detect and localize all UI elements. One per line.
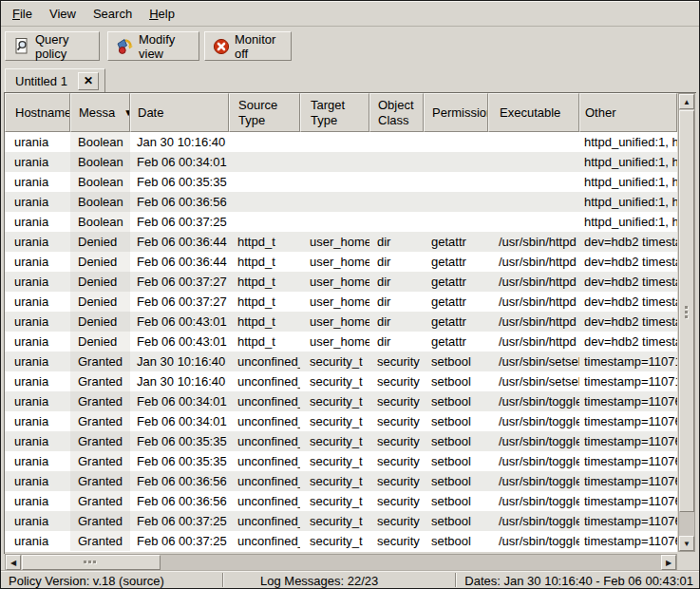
menu-file[interactable]: File bbox=[4, 3, 41, 25]
table-row[interactable]: uraniaGrantedFeb 06 00:35:35unconfined_s… bbox=[5, 451, 677, 471]
cell: Denied bbox=[70, 252, 130, 272]
menu-view[interactable]: View bbox=[41, 3, 85, 25]
cell: urania bbox=[5, 272, 70, 292]
column-header-target-type[interactable]: Target Type bbox=[300, 93, 369, 132]
table-row[interactable]: uraniaBooleanFeb 06 00:34:01httpd_unifie… bbox=[5, 152, 677, 172]
cell: dev=hdb2 timesta bbox=[579, 272, 677, 292]
query-policy-button[interactable]: Query policy bbox=[5, 31, 100, 61]
cell bbox=[424, 132, 488, 152]
table-row[interactable]: uraniaGrantedJan 30 10:16:40unconfined_s… bbox=[5, 352, 677, 371]
scroll-up-button[interactable]: ▲ bbox=[679, 94, 694, 109]
column-header-object-class[interactable]: Object Class bbox=[369, 93, 424, 132]
cell: security_t bbox=[300, 491, 369, 511]
tab-label: Untitled 1 bbox=[15, 74, 67, 88]
cell: Jan 30 10:16:40 bbox=[130, 371, 229, 391]
cell: urania bbox=[5, 411, 70, 431]
table-row[interactable]: uraniaGrantedFeb 06 00:35:35unconfined_s… bbox=[5, 431, 677, 451]
table-row[interactable]: uraniaGrantedFeb 06 00:36:56unconfined_s… bbox=[5, 491, 677, 511]
cell: user_home_ bbox=[300, 232, 369, 252]
cell: security_t bbox=[300, 411, 369, 431]
cell: urania bbox=[5, 252, 70, 272]
table-row[interactable]: uraniaDeniedFeb 06 00:43:01httpd_tuser_h… bbox=[5, 332, 677, 352]
cell: timestamp=11076 bbox=[579, 531, 677, 551]
table-header: HostnameMessa▼DateSource TypeTarget Type… bbox=[5, 93, 677, 132]
monitor-off-label: Monitor off bbox=[235, 32, 283, 61]
cell: Boolean bbox=[70, 132, 130, 152]
cell: urania bbox=[5, 152, 70, 172]
cell: security_t bbox=[300, 371, 369, 391]
table-row[interactable]: uraniaGrantedFeb 06 00:37:25unconfined_s… bbox=[5, 511, 677, 531]
column-header-hostname[interactable]: Hostname bbox=[5, 93, 70, 132]
column-header-other[interactable]: Other bbox=[579, 93, 677, 132]
cell: dir bbox=[369, 312, 424, 332]
cell bbox=[488, 132, 579, 152]
table-row[interactable]: uraniaDeniedFeb 06 00:43:01httpd_tuser_h… bbox=[5, 312, 677, 332]
cell: Boolean bbox=[70, 152, 130, 172]
modify-view-label: Modify view bbox=[139, 32, 191, 61]
table-row[interactable]: uraniaBooleanFeb 06 00:36:56httpd_unifie… bbox=[5, 192, 677, 212]
cell: security_t bbox=[300, 451, 369, 471]
cell: timestamp=11076 bbox=[579, 411, 677, 431]
cell: setbool bbox=[424, 371, 488, 391]
scroll-down-button[interactable]: ▼ bbox=[679, 536, 694, 551]
column-header-executable[interactable]: Executable bbox=[488, 93, 579, 132]
scroll-right-button[interactable]: ▶ bbox=[661, 555, 676, 570]
column-header-source-type[interactable]: Source Type bbox=[229, 93, 300, 132]
cell: urania bbox=[5, 292, 70, 312]
table-row[interactable]: uraniaDeniedFeb 06 00:37:27httpd_tuser_h… bbox=[5, 292, 677, 312]
vertical-scrollbar[interactable]: ▲ ▼ bbox=[678, 93, 695, 552]
log-messages-status: Log Messages: 22/23 bbox=[260, 574, 378, 588]
cell: httpd_t bbox=[229, 292, 300, 312]
cell: setbool bbox=[424, 411, 488, 431]
cell: urania bbox=[5, 491, 70, 511]
cell: getattr bbox=[424, 272, 488, 292]
menu-help[interactable]: Help bbox=[141, 3, 183, 25]
table-row[interactable]: uraniaDeniedFeb 06 00:36:44httpd_tuser_h… bbox=[5, 232, 677, 252]
table-row[interactable]: uraniaGrantedJan 30 10:16:40unconfined_s… bbox=[5, 371, 677, 391]
table-row[interactable]: uraniaDeniedFeb 06 00:36:44httpd_tuser_h… bbox=[5, 252, 677, 272]
cell: security_t bbox=[300, 471, 369, 491]
cell: timestamp=11076 bbox=[579, 491, 677, 511]
column-header-messa[interactable]: Messa▼ bbox=[70, 93, 130, 132]
table-row[interactable]: uraniaGrantedFeb 06 00:36:56unconfined_s… bbox=[5, 471, 677, 491]
horizontal-scroll-thumb[interactable] bbox=[22, 555, 161, 570]
column-header-date[interactable]: Date bbox=[130, 93, 229, 132]
scroll-left-button[interactable]: ◀ bbox=[6, 555, 21, 570]
cell bbox=[300, 192, 369, 212]
cell: /usr/sbin/httpd bbox=[488, 272, 579, 292]
menu-search[interactable]: Search bbox=[85, 3, 141, 25]
cell: httpd_t bbox=[229, 332, 300, 352]
table-row[interactable]: uraniaBooleanJan 30 10:16:40httpd_unifie… bbox=[5, 132, 677, 152]
cell: dev=hdb2 timesta bbox=[579, 312, 677, 332]
table-row[interactable]: uraniaBooleanFeb 06 00:37:25httpd_unifie… bbox=[5, 212, 677, 232]
table-row[interactable]: uraniaGrantedFeb 06 00:34:01unconfined_s… bbox=[5, 411, 677, 431]
tab-untitled-1[interactable]: Untitled 1 ✕ bbox=[5, 68, 105, 92]
tab-close-button[interactable]: ✕ bbox=[78, 72, 99, 90]
cell: timestamp=11076 bbox=[579, 511, 677, 531]
table-row[interactable]: uraniaBooleanFeb 06 00:35:35httpd_unifie… bbox=[5, 172, 677, 192]
cell: /usr/sbin/toggle bbox=[488, 511, 579, 531]
cell: Granted bbox=[70, 451, 130, 471]
column-header-label: Permission bbox=[432, 105, 488, 121]
cell: /usr/sbin/httpd bbox=[488, 292, 579, 312]
table-row[interactable]: uraniaDeniedFeb 06 00:37:27httpd_tuser_h… bbox=[5, 272, 677, 292]
modify-view-button[interactable]: Modify view bbox=[107, 31, 199, 61]
cell: urania bbox=[5, 232, 70, 252]
cell: httpd_t bbox=[229, 312, 300, 332]
horizontal-scrollbar[interactable]: ◀ ▶ bbox=[5, 554, 677, 571]
cell: /usr/sbin/httpd bbox=[488, 312, 579, 332]
monitor-off-button[interactable]: Monitor off bbox=[204, 31, 292, 61]
cell: urania bbox=[5, 332, 70, 352]
table-row[interactable]: uraniaGrantedFeb 06 00:34:01unconfined_s… bbox=[5, 391, 677, 411]
cell: /usr/sbin/httpd bbox=[488, 232, 579, 252]
column-header-permission[interactable]: Permission bbox=[424, 93, 488, 132]
sort-desc-icon: ▼ bbox=[123, 108, 130, 118]
cell: dir bbox=[369, 292, 424, 312]
cell: getattr bbox=[424, 292, 488, 312]
column-header-label: Hostname bbox=[15, 105, 70, 121]
modify-view-icon bbox=[116, 37, 134, 55]
table-row[interactable]: uraniaGrantedFeb 06 00:37:25unconfined_s… bbox=[5, 531, 677, 551]
cell: Feb 06 00:36:44 bbox=[130, 232, 229, 252]
vertical-scroll-thumb[interactable] bbox=[679, 110, 694, 512]
cell: /usr/sbin/toggle bbox=[488, 451, 579, 471]
